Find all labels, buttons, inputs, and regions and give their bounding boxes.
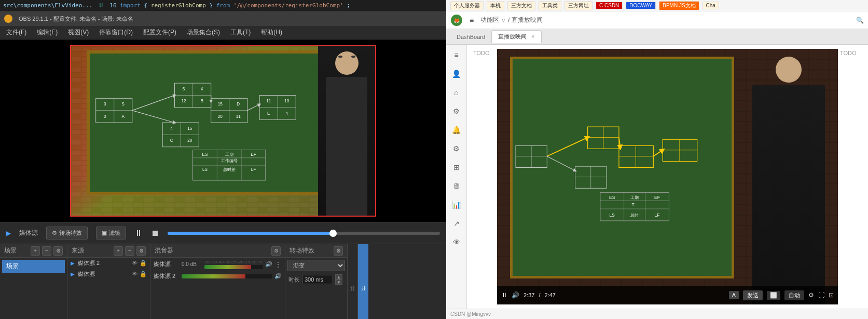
mixer-level-2 [182,274,245,278]
duration-input[interactable] [302,275,333,284]
svg-text:D: D [237,102,240,107]
svg-text:X: X [200,87,203,91]
sidebar-icon-person[interactable]: 👤 [450,68,463,80]
menu-help[interactable]: 帮助(H) [259,27,284,38]
sidebar-icon-home[interactable]: ⌂ [450,86,463,99]
mixer-icons-1: 🔊 ⋮ [265,260,282,269]
search-icon[interactable]: 🔍 [856,17,864,24]
tab-live-room-label: 直播放映间 [498,33,527,39]
scene-config-btn[interactable]: ⚙ [53,246,63,256]
menu-view[interactable]: 视图(V) [66,27,91,38]
mixer-bar-2[interactable] [182,274,272,278]
sidebar-icon-gear2[interactable]: ⚙ [450,142,463,155]
menu-edit[interactable]: 编辑(E) [35,27,60,38]
breadcrumb-root: 功能区 [480,16,499,24]
preview-blackboard: 0 S 0 A 5 X 12 B 15 [87,50,323,195]
bookmark-cha[interactable]: Cha [702,2,719,9]
auto-label[interactable]: 自动 [784,290,804,300]
svg-text:工作编号: 工作编号 [221,158,238,163]
tab-dashboard[interactable]: DashBoard [450,32,491,42]
sidebar-icon-monitor[interactable]: 🖥 [450,180,463,192]
play-media-icon[interactable]: ▶ [6,230,11,237]
bookmark-docway[interactable]: DOCWAY [626,2,656,9]
source-panel-buttons: + − ⚙ [114,246,146,256]
lock-icon-1[interactable]: 🔒 [140,260,147,267]
svg-text:T...: T... [631,202,637,207]
svg-text:11: 11 [236,114,241,118]
transition-type-select[interactable]: 渐变 切换 [287,260,345,271]
mixer-more-icon-1[interactable]: ⋮ [274,260,282,269]
tab-close-btn[interactable]: × [531,33,534,39]
sidebar-icon-share[interactable]: ↗ [450,217,463,230]
timeline-progress[interactable] [168,232,440,235]
eye-icon-1[interactable]: 👁 [132,260,137,267]
pause-button[interactable]: ⏸ [134,229,143,238]
duration-down[interactable]: ▼ [335,280,342,285]
obs-preview-area: 0 S 0 A 5 X 12 B 15 [0,39,446,222]
tab-live-room[interactable]: 直播放映间 × [491,30,542,43]
settings-button[interactable]: ⚙ 转场特效 [46,227,88,240]
player-vol-btn[interactable]: 🔊 [512,291,519,299]
browser-tabs: DashBoard 直播放映间 × [446,29,868,45]
mixer-config-btn[interactable]: ⚙ [271,246,281,256]
filter-button[interactable]: ▣ 滤镜 [96,227,126,240]
stop-button[interactable]: ⏹ [151,229,159,238]
start-button[interactable]: 开 [358,244,368,319]
bookmark-tools[interactable]: 工具类 [539,1,561,10]
record-btn[interactable]: ⬜ [767,291,780,300]
bookmark-bpmn[interactable]: BPMN.JS文档 [659,1,699,10]
code-editor-bar: src\components\FlvVideo... U 16 import {… [0,0,446,11]
menu-file[interactable]: 文件(F) [4,27,29,38]
sidebar-icon-eye[interactable]: 👁 [450,236,463,248]
source-remove-btn[interactable]: − [125,246,134,256]
eye-icon-2[interactable]: 👁 [132,271,137,277]
scene-panel: 场景 + − ⚙ 场景 [0,244,67,319]
player-fullscreen-icon[interactable]: ⛶ [818,291,824,299]
mixer-row-2: 媒体源 2 🔊 [150,271,285,282]
transition-config-btn[interactable]: ⚙ [334,246,343,256]
duration-up[interactable]: ▲ [335,274,342,280]
player-settings-icon[interactable]: ⚙ [808,291,814,299]
scene-add-btn[interactable]: + [31,246,40,256]
svg-line-80 [653,150,663,156]
menu-scene-collection[interactable]: 场景集合(S) [185,27,222,38]
sidebar-icon-alert[interactable]: 🔔 [450,124,463,136]
nav-menu-btn[interactable]: ≡ [467,16,476,25]
sidebar-icon-grid[interactable]: ⊞ [450,161,463,174]
svg-text:LS: LS [202,167,208,172]
bookmark-personal-server[interactable]: 个人服务器 [450,1,484,10]
bookmark-third-docs[interactable]: 三方文档 [507,1,535,10]
sidebar-icon-menu[interactable]: ≡ [450,49,463,61]
svg-text:0: 0 [104,114,106,118]
caption-btn[interactable]: A [729,291,739,299]
source-config-btn[interactable]: ⚙ [136,246,146,256]
progress-thumb[interactable] [329,230,337,237]
mixer-vol-icon-1[interactable]: 🔊 [265,261,272,268]
player-time-sep: / [539,292,540,298]
mixer-vol-icon-2[interactable]: 🔊 [274,273,282,280]
lock-icon-2[interactable]: 🔒 [140,271,147,277]
player-pip-icon[interactable]: ⊡ [829,291,834,299]
sidebar-icon-settings[interactable]: ⚙ [450,105,463,117]
bookmark-third-web[interactable]: 三方网址 [564,1,593,10]
scene-item[interactable]: 场景 [2,260,65,273]
svg-text:🦊: 🦊 [453,17,460,24]
menu-tools[interactable]: 工具(T) [228,27,253,38]
menu-dock[interactable]: 停靠窗口(D) [97,27,135,38]
bookmark-csdn[interactable]: C CSDN [596,2,623,9]
mixer-bar-1[interactable] [204,265,263,269]
person-body [326,77,367,216]
player-pause-btn[interactable]: ⏸ [501,291,507,299]
scene-panel-title: 场景 [4,246,17,255]
menu-profile[interactable]: 配置文件(P) [141,27,178,38]
source-add-btn[interactable]: + [114,246,123,256]
send-button[interactable]: 发送 [743,290,763,300]
scene-remove-btn[interactable]: − [42,246,51,256]
record-icon: ⬜ [770,292,777,299]
browser-content: ≡ 👤 ⌂ ⚙ 🔔 ⚙ ⊞ 🖥 📊 ↗ 👁 TODO [446,45,868,309]
browser-panel: 个人服务器 本机 三方文档 工具类 三方网址 C CSDN DOCWAY BPM… [446,0,868,319]
sidebar-icon-chart[interactable]: 📊 [450,198,463,211]
bookmark-local[interactable]: 本机 [487,1,504,10]
svg-line-35 [132,95,175,110]
source-panel-header: 来源 + − ⚙ [67,244,150,258]
